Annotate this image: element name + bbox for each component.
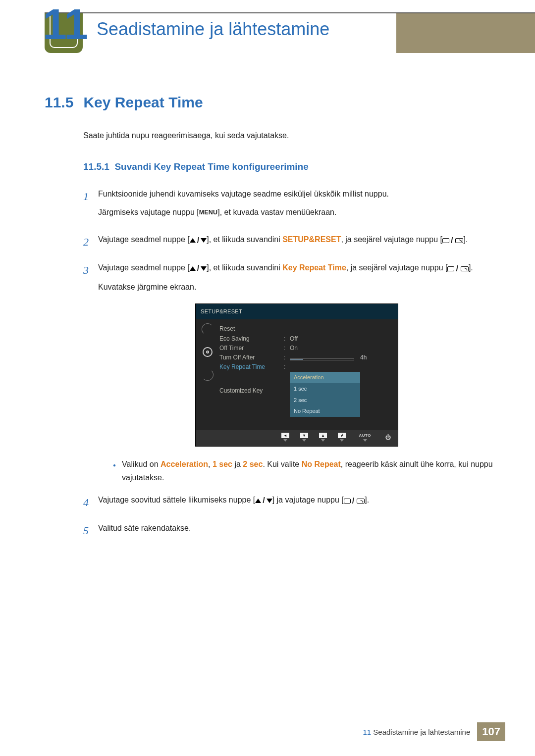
osd-label: Turn Off After — [219, 353, 284, 362]
osd-row-keyrepeat: Key Repeat Time: — [219, 362, 393, 372]
chapter-title: Seadistamine ja lähtestamine — [97, 19, 329, 40]
section-number: 11.5 — [45, 94, 73, 110]
chapter-number: 11 — [43, 0, 85, 50]
step-4: 4 Vajutage soovitud sättele liikumiseks … — [83, 493, 495, 512]
option-norepeat: No Repeat — [302, 460, 341, 468]
note-text: Valikud on Acceleration, 1 sec ja 2 sec.… — [122, 457, 495, 484]
step-number: 2 — [83, 233, 98, 252]
footer-chapter-number: 11 — [363, 728, 371, 736]
step-body: Vajutage seadmel nuppe [/], et liikuda s… — [98, 261, 495, 484]
menu-label: MENU — [199, 209, 218, 216]
osd-slider — [290, 358, 354, 360]
step-body: Funktsioonide juhendi kuvamiseks vajutag… — [98, 187, 495, 224]
option-2sec: 2 sec — [243, 460, 263, 468]
step-3: 3 Vajutage seadmel nuppe [/], et liikuda… — [83, 261, 495, 484]
step-number: 5 — [83, 521, 98, 540]
triangle-up-icon — [190, 266, 196, 271]
osd-label: Reset — [219, 324, 284, 334]
arc-down-icon — [202, 369, 214, 381]
bullet-icon: ● — [113, 461, 116, 484]
step-list: 1 Funktsioonide juhendi kuvamiseks vajut… — [83, 187, 495, 540]
key-repeat-time-label: Key Repeat Time — [282, 263, 346, 272]
osd-row-reset: Reset — [219, 323, 393, 334]
step-text: Kuvatakse järgmine ekraan. — [98, 280, 495, 294]
osd-nav-power: ⏻ — [384, 434, 392, 440]
triangle-up-icon — [255, 499, 261, 503]
osd-value: Off — [290, 334, 393, 344]
step-text: Valitud säte rakendatakse. — [98, 521, 495, 535]
step-text: Järgmiseks vajutage nuppu [MENU], et kuv… — [98, 205, 495, 219]
osd-row-turnoff: Turn Off After: 4h — [219, 353, 393, 362]
page-number: 107 — [477, 722, 505, 741]
step-5: 5 Valitud säte rakendatakse. — [83, 521, 495, 540]
triangle-down-icon — [267, 499, 272, 503]
header-band — [396, 13, 535, 53]
osd-nav-enter: ↲ — [338, 433, 346, 442]
osd-row-offtimer: Off Timer:On — [219, 344, 393, 353]
osd-body: Reset Eco Saving:Off Off Timer:On — [196, 319, 398, 430]
content-area: 11.5Key Repeat Time Saate juhtida nupu r… — [45, 94, 495, 549]
step-text: Vajutage seadmel nuppe [/], et liikuda s… — [98, 261, 495, 275]
section-title: Key Repeat Time — [83, 94, 203, 110]
section-heading: 11.5Key Repeat Time — [45, 94, 495, 111]
setup-reset-label: SETUP&RESET — [282, 235, 341, 244]
osd-label: Eco Saving — [219, 334, 284, 344]
step-number: 3 — [83, 261, 98, 484]
source-enter-icon: / — [344, 494, 365, 507]
step-body: Vajutage soovitud sättele liikumiseks nu… — [98, 493, 495, 512]
footer-chapter: 11 Seadistamine ja lähtestamine — [363, 728, 470, 736]
osd-window: SETUP&RESET — [195, 303, 398, 446]
triangle-up-icon — [190, 238, 196, 243]
page: 11 Seadistamine ja lähtestamine 11.5Key … — [0, 0, 535, 756]
footer-chapter-title: Seadistamine ja lähtestamine — [373, 728, 470, 736]
slash-icon: / — [197, 234, 199, 247]
osd-screenshot: SETUP&RESET — [195, 303, 398, 446]
step-body: Vajutage seadmel nuppe [/], et liikuda s… — [98, 233, 495, 252]
slash-icon: / — [197, 261, 199, 275]
step-number: 4 — [83, 493, 98, 512]
step-text: Funktsioonide juhendi kuvamiseks vajutag… — [98, 187, 495, 201]
step-number: 1 — [83, 187, 98, 224]
subsection-heading: 11.5.1 Suvandi Key Repeat Time konfigure… — [83, 161, 495, 172]
option-1sec: 1 sec — [213, 460, 232, 468]
osd-nav-up: ▴ — [319, 433, 327, 442]
section-intro: Saate juhtida nupu reageerimisaega, kui … — [83, 130, 495, 142]
step-body: Valitud säte rakendatakse. — [98, 521, 495, 540]
step-text: Vajutage seadmel nuppe [/], et liikuda s… — [98, 233, 495, 247]
osd-value: 4h — [360, 353, 367, 362]
osd-label: Customized Key — [219, 386, 284, 396]
osd-label: Off Timer — [219, 343, 284, 353]
osd-nav-back: ◂ — [281, 433, 289, 442]
osd-menu: Reset Eco Saving:Off Off Timer:On — [219, 319, 398, 430]
osd-header: SETUP&RESET — [196, 304, 398, 319]
osd-row-eco: Eco Saving:Off — [219, 334, 393, 344]
osd-label: Key Repeat Time — [219, 362, 284, 372]
note-bullet: ● Valikud on Acceleration, 1 sec ja 2 se… — [113, 457, 495, 484]
subsection-number: 11.5.1 — [83, 161, 109, 172]
slash-icon: / — [263, 494, 265, 507]
triangle-down-icon — [201, 238, 207, 243]
arc-up-icon — [202, 323, 214, 335]
source-enter-icon: / — [442, 233, 463, 247]
option-acceleration: Acceleration — [160, 460, 208, 468]
osd-option-selected: Acceleration — [290, 372, 360, 383]
osd-nav-bar: ◂ ▾ ▴ ↲ AUTO ⏻ — [196, 430, 398, 446]
osd-nav-down: ▾ — [300, 433, 308, 442]
osd-icon-column — [196, 319, 219, 430]
step-2: 2 Vajutage seadmel nuppe [/], et liikuda… — [83, 233, 495, 252]
step-1: 1 Funktsioonide juhendi kuvamiseks vajut… — [83, 187, 495, 224]
page-footer: 11 Seadistamine ja lähtestamine 107 — [363, 722, 505, 741]
step-text: Vajutage soovitud sättele liikumiseks nu… — [98, 493, 495, 507]
triangle-down-icon — [201, 266, 207, 271]
source-enter-icon: / — [447, 261, 468, 275]
osd-nav-auto: AUTO — [357, 433, 373, 442]
osd-value: On — [290, 343, 393, 353]
gear-icon — [203, 347, 213, 357]
subsection-title: Suvandi Key Repeat Time konfigureerimine — [114, 161, 308, 172]
